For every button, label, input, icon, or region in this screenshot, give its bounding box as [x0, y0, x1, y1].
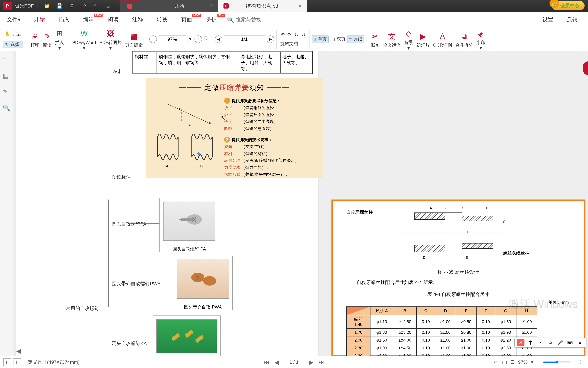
svg-rect-27 — [414, 213, 445, 220]
spring-notice-box: ━━━ 定做压缩弹簧须知 ━━━ P₁ P₂ F₁ F — [146, 78, 323, 178]
search-input[interactable] — [236, 17, 283, 22]
insert-icon: ⊞ — [56, 28, 63, 40]
undo-icon[interactable]: ↶ — [80, 2, 88, 10]
ime-toolbar[interactable]: S 中 • ☺ 🎤 ⌨ ≡ — [514, 338, 586, 348]
zoom-in-icon[interactable]: + — [574, 359, 576, 365]
dropdown-icon[interactable]: ▾ — [531, 359, 533, 365]
redo-icon[interactable]: ↷ — [92, 2, 100, 10]
menu-edit[interactable]: 编辑 — [76, 12, 101, 27]
open-icon[interactable]: 📁 — [43, 2, 51, 10]
page-mode-icon-2[interactable]: ▯ — [13, 359, 21, 366]
next-page-icon[interactable]: ▶ — [309, 359, 313, 366]
tab-document[interactable]: P 结构知识点.pdf × — [218, 0, 307, 12]
slideshow-button[interactable]: ▶幻灯片 — [415, 30, 431, 48]
close-icon[interactable]: × — [210, 2, 213, 9]
pdf-to-image-button[interactable]: 🖼PDF转图片 ▾ — [98, 28, 123, 51]
v: （弹力性能）； — [241, 165, 270, 170]
edit-button[interactable]: ✎编辑 — [41, 30, 53, 48]
ime-punct-icon[interactable]: • — [537, 339, 544, 346]
ime-mic-icon[interactable]: 🎤 — [556, 339, 564, 346]
page-mode-icon[interactable]: ▯ — [3, 359, 11, 366]
menu-protect-label: 保护 — [206, 16, 217, 23]
rotate-alt-icon[interactable]: ↻ — [294, 32, 298, 38]
spring-diagram: P₁ P₂ F₁ F₂ d — [153, 97, 224, 172]
pdf-to-word-button[interactable]: WPDF转Word ▾ — [70, 28, 98, 51]
ocr-button[interactable]: AOCR识别 — [431, 30, 454, 48]
thumbnails-icon[interactable]: ≡ — [3, 56, 10, 64]
select-tool[interactable]: ↖选择 — [3, 41, 22, 48]
member-center-button[interactable]: 👑 会员中心 — [552, 1, 585, 10]
menu-settings[interactable]: 设置 — [535, 12, 560, 27]
menu-file[interactable]: 文件 ▾ — [0, 12, 27, 27]
ime-settings-icon[interactable]: ≡ — [576, 339, 584, 346]
watermark-button[interactable]: ◈水印 ▾ — [475, 28, 487, 51]
search-box[interactable]: 🔍 — [227, 16, 283, 23]
prev-page-button[interactable]: ◀ — [215, 36, 222, 43]
zoom-slider[interactable] — [543, 361, 570, 364]
menu-insert[interactable]: 插入 — [52, 12, 76, 27]
menu-start[interactable]: 开始 — [27, 12, 52, 27]
view-mode-icon[interactable]: ▭ — [494, 359, 498, 365]
view-mode-icon-3[interactable]: ☰ — [510, 359, 515, 365]
background-icon: ◇ — [406, 28, 412, 40]
menu-convert[interactable]: 转换 — [150, 12, 175, 27]
scroll-left-icon[interactable]: ◀ — [16, 348, 21, 354]
menu-annotate[interactable]: 注释 — [125, 12, 150, 27]
view-mode-icon-2[interactable]: ▯▯ — [502, 359, 507, 365]
k: 线径 — [224, 104, 241, 111]
ime-emoji-icon[interactable]: ☺ — [547, 339, 554, 346]
body-text: 自攻牙螺丝柱配合尺寸如表 4-4 所示。 — [357, 279, 438, 286]
print-icon[interactable]: 🖨 — [68, 2, 75, 10]
menu-page[interactable]: 页面 — [175, 12, 199, 27]
single-page-button[interactable]: ▯单页 — [312, 35, 329, 43]
k: 力度要求 — [224, 164, 241, 171]
insert-button[interactable]: ⊞插入 ▾ — [53, 28, 66, 51]
zoom-out-button[interactable]: − — [149, 36, 157, 43]
first-page-icon[interactable]: ⏮ — [264, 359, 270, 365]
fulltrans-button[interactable]: 文全文翻译 — [381, 30, 403, 48]
print-button[interactable]: 🖨打印 — [29, 30, 41, 48]
continuous-button[interactable]: ≡连续 — [347, 35, 364, 43]
background-button[interactable]: ◇背景 ▾ — [403, 28, 415, 51]
grid-icon[interactable]: ▦ — [3, 72, 10, 80]
zoom-out-icon[interactable]: − — [537, 359, 539, 365]
screenshot-button[interactable]: ✂截图 — [369, 30, 381, 48]
search-panel-icon[interactable]: 🔍 — [3, 104, 10, 112]
double-page-button[interactable]: ▯▯双页 — [329, 36, 347, 43]
page-edit-button[interactable]: ▦页面编辑 — [123, 30, 144, 48]
t2: 压缩弹簧 — [219, 84, 249, 91]
svg-marker-16 — [179, 218, 183, 221]
menu-feedback[interactable]: 反馈 — [560, 12, 585, 27]
fullscreen-icon[interactable]: ⛶ — [580, 359, 585, 365]
next-page-button[interactable]: ▶ — [267, 36, 274, 43]
save-icon[interactable]: 💾 — [55, 2, 63, 10]
annotation-icon[interactable]: ✎ — [3, 88, 10, 96]
prev-page-icon[interactable]: ◀ — [275, 359, 279, 366]
k: 表面处理 — [224, 157, 241, 164]
tab-start[interactable]: 开始 × — [140, 0, 218, 12]
ime-keyboard-icon[interactable]: ⌨ — [566, 339, 574, 346]
menu-protect[interactable]: 保护 — [199, 12, 223, 27]
zoom-in-button[interactable]: + — [194, 36, 202, 43]
fit-icon: ⎘ — [204, 33, 208, 45]
mergesplit-button[interactable]: ⧉合并拆分 — [454, 30, 475, 48]
ime-lang[interactable]: 中 — [527, 339, 534, 346]
screw-image — [163, 202, 215, 241]
dimension-table: 尺寸 ABCDEFGH螺丝 1.40φ1.10≥φ2.800.10≥1.00≥0… — [346, 306, 537, 356]
tab-home[interactable] — [120, 0, 140, 12]
rotate-left-icon[interactable]: ⟲ — [280, 32, 285, 38]
menu-read[interactable]: 阅读 — [101, 12, 125, 27]
windows-watermark: 激活 Windows — [509, 297, 578, 312]
rotate-alt2-icon[interactable]: ↺ — [301, 32, 306, 38]
svg-text:d: d — [166, 165, 168, 167]
fit-page-button[interactable]: ⎘ — [202, 33, 210, 45]
document-area[interactable]: 铜材丝 磷铜丝，镀锡铜线，镀镍铜线，青铜，铜，磷，铜，铍铜等 导电性能好，电子、… — [13, 51, 588, 356]
home-nav-icon[interactable]: ⌂ — [105, 2, 112, 10]
hand-tool[interactable]: ✋手型 — [3, 30, 22, 37]
page-input[interactable] — [224, 36, 265, 43]
dropdown-icon[interactable]: ▾ — [188, 35, 193, 43]
rotate-right-icon[interactable]: ⟳ — [287, 32, 292, 38]
close-icon[interactable]: × — [298, 2, 302, 9]
last-page-icon[interactable]: ⏭ — [318, 359, 324, 365]
zoom-input[interactable] — [158, 36, 186, 43]
